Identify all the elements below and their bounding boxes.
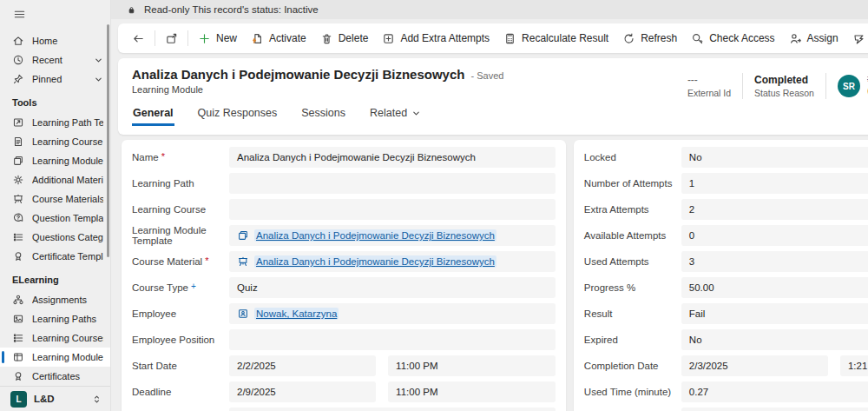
number-of-attempts-input[interactable]: 1 xyxy=(681,173,868,194)
employee-link[interactable]: Nowak, Katarzyna xyxy=(254,308,339,320)
result-input[interactable]: Fail xyxy=(681,303,868,324)
partial-field-box[interactable] xyxy=(229,408,556,411)
assignments-icon xyxy=(12,294,24,306)
course-type-select[interactable]: Quiz xyxy=(229,277,556,298)
tab-sessions[interactable]: Sessions xyxy=(300,103,346,126)
deadline-date-input[interactable]: 2/9/2025 xyxy=(229,381,376,402)
flow-button[interactable]: Flow xyxy=(845,27,868,50)
name-input[interactable]: Analiza Danych i Podejmowanie Decyzji Bi… xyxy=(229,147,556,168)
field-label: Available Attempts xyxy=(584,230,666,241)
sidebar-item-assignments[interactable]: Assignments xyxy=(0,290,110,309)
field-value: Fail xyxy=(689,308,706,319)
field-label: Learning Module Template xyxy=(132,225,229,246)
course-material-lookup[interactable]: Analiza Danych i Podejmowanie Decyzji Bi… xyxy=(229,251,556,272)
tab-general[interactable]: General xyxy=(132,103,174,126)
sidebar-item-additional-materials[interactable]: Additional Materi... xyxy=(0,170,110,189)
field-value: 50.00 xyxy=(689,282,714,293)
magnifier-key-icon xyxy=(691,32,704,45)
field-learning-path: Learning Path xyxy=(132,173,556,194)
start-date-date-input[interactable]: 2/2/2025 xyxy=(229,355,376,376)
check-access-button[interactable]: Check Access xyxy=(684,27,781,50)
learning-path-input[interactable] xyxy=(229,173,556,194)
completion-date-date-input[interactable]: 2/3/2025 xyxy=(681,355,828,376)
delete-button[interactable]: Delete xyxy=(313,27,376,50)
expired-input[interactable]: No xyxy=(681,329,868,350)
learning-module-template-lookup[interactable]: Analiza Danych i Podejmowanie Decyzji Bi… xyxy=(229,225,556,246)
sidebar-item-questions-category[interactable]: Questions Category xyxy=(0,228,110,247)
activate-icon xyxy=(251,32,264,45)
sidebar-item-learning-module-templates[interactable]: Learning Module ... xyxy=(0,151,110,170)
sidebar-item-learning-modules[interactable]: Learning Modules xyxy=(0,348,110,367)
field-value: Analiza Danych i Podejmowanie Decyzji Bi… xyxy=(237,152,476,162)
add-extra-attempts-button[interactable]: Add Extra Attempts xyxy=(375,27,496,50)
sidebar-item-question-templates[interactable]: Question Templates xyxy=(0,209,110,228)
recalculate-result-label: Recalculate Result xyxy=(522,32,608,44)
learning-courses-icon xyxy=(12,332,24,344)
hamburger-menu-button[interactable] xyxy=(0,0,110,30)
sidebar-item-recent[interactable]: Recent xyxy=(0,50,110,70)
field-partial xyxy=(132,408,556,411)
sidebar-item-learning-path-templates[interactable]: Learning Path Tem... xyxy=(0,113,110,132)
sidebar-item-learning-course-templates[interactable]: Learning Course T... xyxy=(0,132,110,151)
field-result: Result Fail xyxy=(584,303,868,324)
expand-form-button[interactable] xyxy=(158,27,185,50)
field-start-date: Start Date 2/2/2025 11:00 PM xyxy=(132,355,556,376)
check-access-label: Check Access xyxy=(709,32,774,44)
learning-module-template-link[interactable]: Analiza Danych i Podejmowanie Decyzji Bi… xyxy=(254,229,496,242)
extra-attempts-input[interactable]: 2 xyxy=(681,199,868,220)
used-attempts-input[interactable]: 3 xyxy=(681,251,868,272)
back-button[interactable] xyxy=(125,27,152,50)
main-area: Read-only This record's status: Inactive… xyxy=(111,0,868,411)
field-label: Course Type xyxy=(132,282,188,293)
field-name: Name* Analiza Danych i Podejmowanie Decy… xyxy=(132,147,556,168)
activate-button[interactable]: Activate xyxy=(244,27,313,50)
sidebar-item-certificate-templates[interactable]: Certificate Templa... xyxy=(0,247,110,266)
available-attempts-input[interactable]: 0 xyxy=(681,225,868,246)
field-used-attempts: Used Attempts 3 xyxy=(584,251,868,272)
locked-input[interactable]: No xyxy=(681,147,868,168)
refresh-button[interactable]: Refresh xyxy=(615,27,684,50)
start-date-time-input[interactable]: 11:00 PM xyxy=(388,355,556,376)
back-icon xyxy=(132,32,145,45)
field-label: Progress % xyxy=(584,282,635,293)
tab-related[interactable]: Related xyxy=(369,103,422,126)
used-time-input[interactable]: 0.27 xyxy=(681,381,868,402)
sidebar-item-learning-courses[interactable]: Learning Courses xyxy=(0,328,110,348)
learning-course-input[interactable] xyxy=(229,199,556,220)
area-name: L&D xyxy=(34,394,85,404)
form-body: Name* Analiza Danych i Podejmowanie Decy… xyxy=(122,140,868,411)
field-value: 0 xyxy=(689,230,694,241)
sidebar-item-label: Certificate Templa... xyxy=(32,251,103,262)
completion-date-time-input[interactable]: 1:21 PM xyxy=(840,355,868,376)
flow-icon xyxy=(852,32,865,45)
sidebar-item-course-materials[interactable]: Course Materials xyxy=(0,189,110,209)
assign-button[interactable]: Assign xyxy=(782,27,845,50)
pin-icon xyxy=(12,73,24,85)
employee-lookup[interactable]: Nowak, Katarzyna xyxy=(229,303,556,324)
field-label: Number of Attempts xyxy=(584,178,673,189)
sidebar-item-learning-paths[interactable]: Learning Paths xyxy=(0,309,110,328)
employee-position-input[interactable] xyxy=(229,329,556,350)
command-bar: New Activate Delete Add Extra Attempts R… xyxy=(118,23,868,53)
field-label: Employee Position xyxy=(132,335,214,345)
header-owner[interactable]: SR # SMART HCMLMS - RC Owner xyxy=(826,72,868,100)
contact-record-icon xyxy=(237,308,249,320)
sidebar-item-home[interactable]: Home xyxy=(0,31,110,50)
sidebar-item-label: Certificates xyxy=(32,371,103,381)
sidebar-item-certificates[interactable]: Certificates xyxy=(0,367,110,386)
field-learning-module-template: Learning Module Template Analiza Danych … xyxy=(132,225,556,246)
required-marker: * xyxy=(161,152,165,162)
tab-quiz-responses[interactable]: Quiz Responses xyxy=(197,103,279,126)
recalculate-result-button[interactable]: Recalculate Result xyxy=(496,27,615,50)
deadline-time-input[interactable]: 11:00 PM xyxy=(388,381,556,402)
field-label: Name xyxy=(132,152,159,162)
partial-field-box[interactable] xyxy=(681,408,868,411)
new-button[interactable]: New xyxy=(191,27,244,50)
field-locked: Locked No xyxy=(584,147,868,168)
saved-status: - Saved xyxy=(470,70,503,81)
sidebar-scrollbar[interactable] xyxy=(107,24,109,257)
course-material-link[interactable]: Analiza Danych i Podejmowanie Decyzji Bi… xyxy=(254,255,496,268)
sidebar-item-pinned[interactable]: Pinned xyxy=(0,70,110,89)
progress-input[interactable]: 50.00 xyxy=(681,277,868,298)
area-switcher[interactable]: L L&D xyxy=(0,386,110,411)
